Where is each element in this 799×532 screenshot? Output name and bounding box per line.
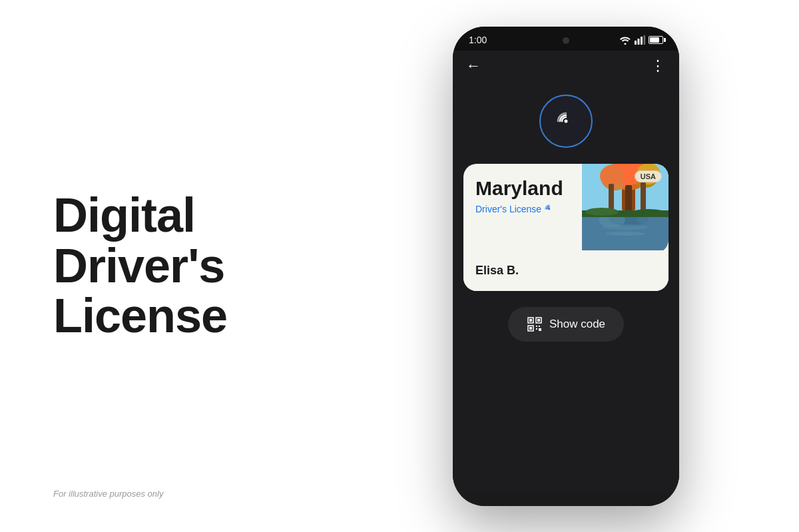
nfc-small-icon <box>544 204 555 214</box>
svg-point-5 <box>549 208 550 209</box>
svg-rect-29 <box>537 319 540 322</box>
qr-code-icon <box>527 316 543 332</box>
left-panel: Digital Driver's License For illustrativ… <box>0 0 333 532</box>
nfc-area <box>453 81 679 164</box>
status-icons <box>619 35 663 45</box>
card-image-area: USA <box>582 164 668 253</box>
svg-rect-33 <box>539 326 540 327</box>
show-code-area: Show code <box>453 291 679 355</box>
svg-point-22 <box>605 232 645 236</box>
wifi-icon <box>619 35 631 45</box>
phone-screen: ← ⋮ Maryland <box>453 51 679 493</box>
show-code-button[interactable]: Show code <box>508 307 624 342</box>
svg-rect-31 <box>529 327 532 330</box>
svg-rect-2 <box>641 37 643 45</box>
nfc-circle <box>539 95 593 148</box>
right-panel: 1:00 <box>333 0 799 532</box>
signal-icon <box>635 35 645 45</box>
camera-dot <box>563 37 569 44</box>
card-footer: Elisa B. <box>463 253 668 291</box>
svg-rect-27 <box>529 319 532 322</box>
svg-rect-3 <box>644 35 646 45</box>
svg-point-24 <box>585 208 619 216</box>
svg-rect-32 <box>536 326 537 327</box>
svg-point-21 <box>602 224 649 230</box>
svg-rect-0 <box>635 41 637 45</box>
nfc-icon <box>553 109 579 134</box>
battery-fill <box>650 37 659 43</box>
status-bar: 1:00 <box>453 27 679 51</box>
card-state: Maryland <box>475 177 570 200</box>
svg-point-25 <box>632 209 665 216</box>
svg-point-12 <box>600 165 624 186</box>
screen-topbar: ← ⋮ <box>453 51 679 81</box>
back-button[interactable]: ← <box>466 57 481 75</box>
card-left: Maryland Driver's License <box>463 164 582 253</box>
license-card: Maryland Driver's License <box>463 164 668 291</box>
card-type: Driver's License <box>475 204 570 214</box>
svg-rect-34 <box>536 328 537 330</box>
card-holder-name: Elisa B. <box>475 264 657 278</box>
disclaimer: For illustrative purposes only <box>53 489 163 499</box>
status-time: 1:00 <box>469 35 487 45</box>
svg-rect-35 <box>539 328 541 331</box>
svg-point-4 <box>565 119 568 123</box>
country-badge: USA <box>635 170 662 182</box>
battery-icon <box>649 36 663 44</box>
show-code-label: Show code <box>549 318 605 331</box>
more-options-button[interactable]: ⋮ <box>651 57 666 75</box>
phone-frame: 1:00 <box>453 27 679 506</box>
phone-bottom <box>453 493 679 506</box>
card-main: Maryland Driver's License <box>463 164 668 253</box>
svg-rect-1 <box>638 39 640 45</box>
main-title: Digital Driver's License <box>53 190 280 342</box>
